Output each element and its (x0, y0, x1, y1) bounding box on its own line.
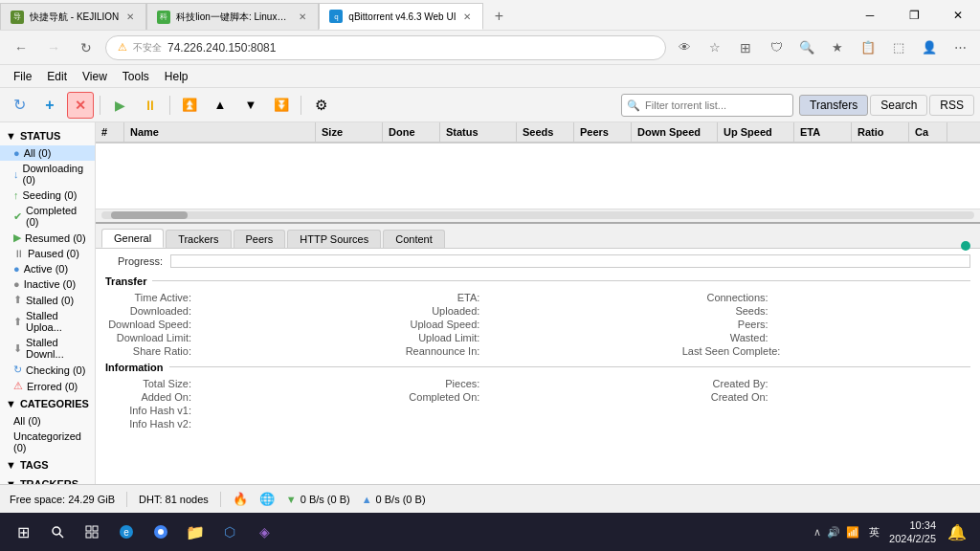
col-down-speed[interactable]: Down Speed (632, 122, 718, 142)
sidebar-item-checking[interactable]: ↻ Checking (0) (0, 362, 95, 378)
profile-button[interactable]: 👤 (917, 35, 942, 60)
search-button[interactable]: 🔍 (794, 35, 819, 60)
sidebar-item-paused[interactable]: ⏸ Paused (0) (0, 246, 95, 261)
sidebar-item-downloading[interactable]: ↓ Downloading (0) (0, 161, 95, 187)
forward-button[interactable]: → (40, 34, 67, 61)
collections-button[interactable]: 📋 (856, 35, 880, 60)
settings-ellipsis-button[interactable]: ⋯ (947, 35, 972, 60)
view-site-info-button[interactable]: 👁 (672, 35, 697, 60)
refresh-button[interactable]: ↻ (73, 34, 100, 61)
col-peers[interactable]: Peers (574, 122, 632, 142)
taskbar-chrome[interactable] (145, 517, 176, 547)
taskbar-files[interactable]: 📁 (180, 517, 211, 547)
tab-3[interactable]: q qBittorrent v4.6.3 Web UI ✕ (319, 3, 483, 30)
sidebar-item-stalled-down[interactable]: ⬇ Stalled Downl... (0, 335, 95, 362)
panel-content: Progress: Transfer Time Active: (96, 249, 980, 484)
sidebar-trackers-section[interactable]: ▼ TRACKERS (0, 474, 95, 484)
scroll-thumb[interactable] (111, 211, 188, 219)
col-ca[interactable]: Ca (909, 122, 947, 142)
sidebar-item-uncategorized[interactable]: Uncategorized (0) (0, 429, 95, 455)
taskbar-clock[interactable]: 10:34 2024/2/25 (889, 518, 936, 546)
add-torrent-button[interactable]: + (36, 92, 63, 119)
filter-input[interactable] (621, 94, 793, 117)
scroll-track[interactable] (101, 211, 974, 219)
col-ratio[interactable]: Ratio (852, 122, 909, 142)
tab-2-close[interactable]: ✕ (297, 11, 308, 22)
start-button[interactable]: ▶ (106, 92, 133, 119)
info-hash-v1-label: Info Hash v1: (105, 405, 191, 416)
move-up-button[interactable]: ▲ (207, 92, 234, 119)
tab-general[interactable]: General (101, 229, 164, 248)
taskbar-task-view[interactable] (77, 517, 107, 547)
free-space-text: Free space: 24.29 GiB (10, 494, 115, 505)
back-button[interactable]: ← (8, 34, 34, 61)
col-status[interactable]: Status (440, 122, 517, 142)
minimize-button[interactable]: ─ (848, 0, 892, 31)
start-button-taskbar[interactable]: ⊞ (8, 517, 38, 547)
menu-file[interactable]: File (6, 68, 39, 85)
close-button[interactable]: ✕ (936, 0, 980, 31)
horizontal-scrollbar[interactable] (96, 209, 980, 222)
bookmark-button[interactable]: ☆ (702, 35, 727, 60)
tab-1-close[interactable]: ✕ (124, 11, 136, 22)
sidebar-item-completed[interactable]: ✔ Completed (0) (0, 203, 95, 230)
col-name[interactable]: Name (124, 122, 316, 142)
new-tab-button[interactable]: + (483, 3, 514, 30)
maximize-button[interactable]: ❐ (892, 0, 936, 31)
sidebar-item-active[interactable]: ● Active (0) (0, 261, 95, 276)
sidebar-item-inactive[interactable]: ● Inactive (0) (0, 276, 95, 292)
address-input-wrap[interactable]: ⚠ 不安全 74.226.240.150:8081 (105, 35, 666, 60)
col-size[interactable]: Size (316, 122, 383, 142)
tab-http-sources[interactable]: HTTP Sources (287, 230, 381, 248)
search-button-app[interactable]: Search (870, 95, 927, 116)
move-top-button[interactable]: ⏫ (176, 92, 203, 119)
tab-1[interactable]: 导 快捷导航 - KEJILION ✕ (0, 3, 146, 30)
tab-trackers[interactable]: Trackers (166, 230, 231, 248)
menu-view[interactable]: View (75, 68, 115, 85)
sidebar-item-seeding[interactable]: ↑ Seeding (0) (0, 187, 95, 203)
taskbar-notifications[interactable]: 🔔 (942, 517, 972, 547)
menu-help[interactable]: Help (157, 68, 196, 85)
favorites-button[interactable]: ★ (825, 35, 850, 60)
downloaded-label: Downloaded: (105, 305, 191, 317)
shield-button[interactable]: 🛡 (764, 35, 789, 60)
menu-tools[interactable]: Tools (115, 68, 157, 85)
col-seeds[interactable]: Seeds (517, 122, 574, 142)
col-up-speed[interactable]: Up Speed (718, 122, 794, 142)
taskbar-search[interactable] (42, 517, 73, 547)
app-settings-button[interactable]: ⚙ (307, 92, 334, 119)
col-done[interactable]: Done (383, 122, 440, 142)
taskbar-edge[interactable]: e (111, 517, 142, 547)
browser-apps-button[interactable]: ⊞ (733, 35, 758, 60)
resume-all-button[interactable]: ↻ (6, 92, 33, 119)
col-eta[interactable]: ETA (794, 122, 852, 142)
tab-3-close[interactable]: ✕ (461, 11, 473, 22)
sidebar-item-stalled[interactable]: ⬆ Stalled (0) (0, 292, 95, 308)
move-bottom-button[interactable]: ⏬ (268, 92, 295, 119)
taskbar-app5[interactable]: ◈ (249, 517, 279, 547)
move-down-button[interactable]: ▼ (237, 92, 264, 119)
sidebar-item-all[interactable]: ● All (0) (0, 145, 95, 161)
tab-peers[interactable]: Peers (234, 230, 286, 248)
sidebar-status-section[interactable]: ▼ STATUS (0, 126, 95, 145)
sidebar-item-cat-all[interactable]: All (0) (0, 413, 95, 429)
sidebar-tags-section[interactable]: ▼ TAGS (0, 455, 95, 474)
pause-button[interactable]: ⏸ (137, 92, 164, 119)
tab-2[interactable]: 科 科技lion一键脚本: Linux服务器... ✕ (146, 3, 319, 30)
tray-wifi[interactable]: 📶 (846, 526, 859, 539)
sidebar-item-errored[interactable]: ⚠ Errored (0) (0, 378, 95, 394)
transfers-button[interactable]: Transfers (799, 95, 868, 116)
tab-content[interactable]: Content (383, 230, 445, 248)
sidebar-categories-section[interactable]: ▼ CATEGORIES (0, 394, 95, 413)
taskbar-app4[interactable]: ⬡ (214, 517, 245, 547)
split-screen-button[interactable]: ⬚ (886, 35, 911, 60)
sidebar-item-resumed[interactable]: ▶ Resumed (0) (0, 230, 95, 246)
col-num[interactable]: # (96, 122, 124, 142)
remove-button[interactable]: ✕ (67, 92, 94, 119)
filter-icon: 🔍 (627, 99, 640, 111)
tray-up-arrow[interactable]: ∧ (813, 526, 821, 539)
tray-speaker[interactable]: 🔊 (827, 526, 840, 539)
sidebar-item-stalled-up[interactable]: ⬆ Stalled Uploa... (0, 308, 95, 335)
rss-button[interactable]: RSS (929, 95, 974, 116)
menu-edit[interactable]: Edit (39, 68, 75, 85)
